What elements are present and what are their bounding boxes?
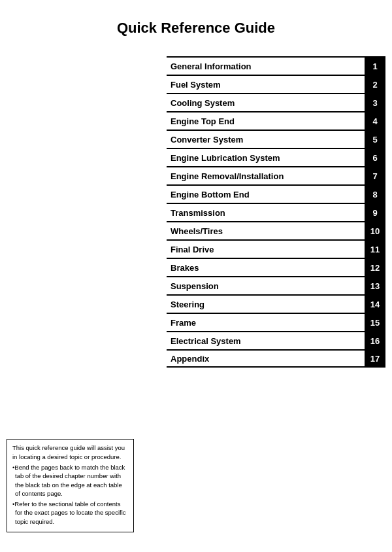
sidebar-note: This quick reference guide will assist y… <box>7 439 134 532</box>
toc-item-label: Suspension <box>167 279 365 294</box>
sidebar-bullet1: •Bend the pages back to match the black … <box>12 463 128 498</box>
toc-item-number: 3 <box>365 94 385 111</box>
toc-table: General Information1Fuel System2Cooling … <box>167 56 385 368</box>
toc-item-number: 13 <box>365 277 385 294</box>
table-row[interactable]: Engine Removal/Installation7 <box>167 166 385 184</box>
table-row[interactable]: Engine Top End4 <box>167 111 385 129</box>
toc-item-number: 4 <box>365 112 385 129</box>
toc-item-number: 16 <box>365 332 385 349</box>
table-row[interactable]: Electrical System16 <box>167 331 385 349</box>
table-row[interactable]: Converter System5 <box>167 129 385 148</box>
toc-item-number: 15 <box>365 314 385 331</box>
page-title: Quick Reference Guide <box>0 0 392 50</box>
table-row[interactable]: General Information1 <box>167 56 385 75</box>
toc-item-label: Final Drive <box>167 242 365 257</box>
table-row[interactable]: Steering14 <box>167 294 385 313</box>
sidebar-bullet2: •Refer to the sectional table of content… <box>12 500 128 526</box>
table-row[interactable]: Fuel System2 <box>167 75 385 93</box>
toc-item-label: General Information <box>167 59 365 74</box>
table-row[interactable]: Wheels/Tires10 <box>167 221 385 239</box>
table-row[interactable]: Frame15 <box>167 313 385 331</box>
toc-item-label: Engine Bottom End <box>167 187 365 202</box>
toc-item-number: 17 <box>365 351 385 366</box>
toc-item-number: 6 <box>365 149 385 166</box>
table-row[interactable]: Appendix17 <box>167 349 385 368</box>
toc-item-label: Brakes <box>167 260 365 275</box>
toc-item-number: 11 <box>365 241 385 258</box>
toc-item-number: 14 <box>365 296 385 313</box>
table-row[interactable]: Final Drive11 <box>167 239 385 258</box>
toc-item-label: Cooling System <box>167 95 365 111</box>
sidebar-intro: This quick reference guide will assist y… <box>12 443 128 461</box>
table-row[interactable]: Engine Lubrication System6 <box>167 148 385 166</box>
toc-item-label: Frame <box>167 315 365 330</box>
toc-item-number: 12 <box>365 259 385 276</box>
toc-item-number: 9 <box>365 204 385 221</box>
toc-item-label: Electrical System <box>167 334 365 349</box>
toc-item-number: 1 <box>365 58 385 75</box>
toc-item-label: Engine Top End <box>167 114 365 129</box>
table-row[interactable]: Suspension13 <box>167 276 385 294</box>
toc-item-number: 2 <box>365 76 385 93</box>
toc-item-label: Engine Removal/Installation <box>167 169 365 184</box>
table-row[interactable]: Transmission9 <box>167 203 385 221</box>
toc-item-label: Appendix <box>167 351 365 366</box>
table-row[interactable]: Engine Bottom End8 <box>167 184 385 203</box>
toc-item-label: Fuel System <box>167 77 365 92</box>
toc-item-label: Converter System <box>167 132 365 147</box>
toc-item-number: 7 <box>365 167 385 184</box>
toc-item-number: 10 <box>365 222 385 239</box>
table-row[interactable]: Cooling System3 <box>167 93 385 111</box>
toc-item-label: Engine Lubrication System <box>167 150 365 165</box>
toc-item-number: 8 <box>365 186 385 203</box>
table-row[interactable]: Brakes12 <box>167 258 385 276</box>
toc-item-number: 5 <box>365 131 385 148</box>
toc-item-label: Wheels/Tires <box>167 224 365 239</box>
toc-item-label: Transmission <box>167 205 365 220</box>
toc-item-label: Steering <box>167 297 365 312</box>
